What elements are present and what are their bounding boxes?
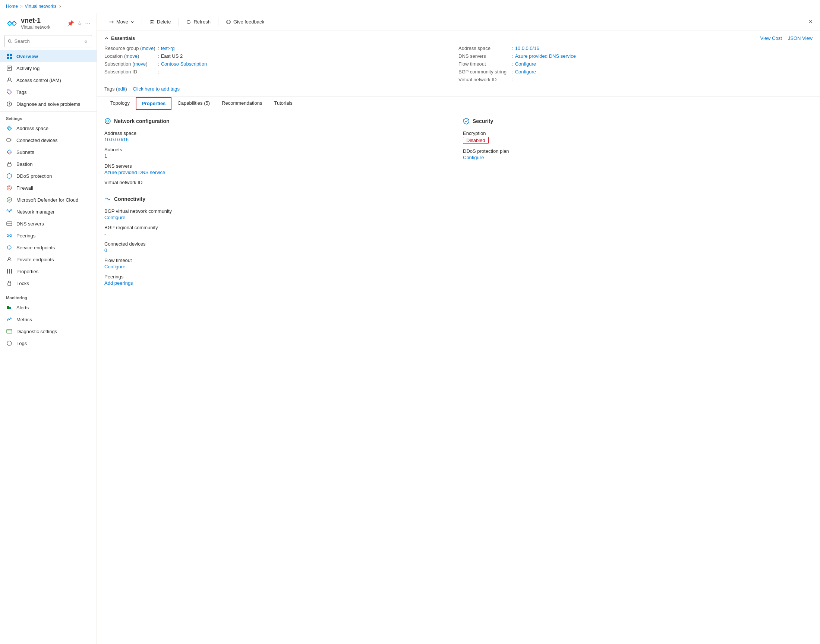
sidebar-item-connected-devices[interactable]: Connected devices [0, 134, 97, 146]
search-input[interactable] [15, 38, 81, 44]
svg-point-22 [7, 209, 8, 211]
sidebar-item-diagnose[interactable]: Diagnose and solve problems [0, 98, 97, 110]
sidebar-item-label-diagnostic-settings: Diagnostic settings [17, 329, 57, 334]
sidebar-item-dns-servers[interactable]: DNS servers [0, 218, 97, 230]
sidebar-item-service-endpoints[interactable]: Service endpoints [0, 241, 97, 253]
prop-ddos-configure-link[interactable]: Configure [463, 155, 484, 160]
sidebar-item-tags[interactable]: Tags [0, 86, 97, 98]
svg-rect-3 [7, 54, 9, 56]
tags-row: Tags (edit) : Click here to add tags [104, 86, 812, 92]
tab-recommendations[interactable]: Recommendations [216, 97, 268, 110]
svg-point-50 [227, 20, 231, 24]
flow-timeout-value-link[interactable]: Configure [515, 61, 536, 67]
delete-button[interactable]: Delete [145, 17, 176, 27]
sidebar-item-activity-log[interactable]: Activity log [0, 62, 97, 74]
sidebar-item-bastion[interactable]: Bastion [0, 158, 97, 170]
breadcrumb-virtual-networks[interactable]: Virtual networks [25, 4, 56, 9]
view-cost-link[interactable]: View Cost [760, 35, 782, 41]
rg-value-link[interactable]: test-rg [161, 46, 175, 51]
address-space-value-link[interactable]: 10.0.0.0/16 [515, 46, 540, 51]
connectivity-header: Connectivity [104, 196, 454, 202]
prop-connected-devices-link[interactable]: 0 [104, 247, 107, 253]
sidebar-item-label-tags: Tags [17, 89, 26, 95]
sidebar-item-label-firewall: Firewall [17, 185, 33, 191]
essentials-row-sub-id: Subscription ID : [104, 69, 458, 75]
sidebar-item-alerts[interactable]: Alerts [0, 302, 97, 313]
prop-dns-link[interactable]: Azure provided DNS service [104, 170, 165, 175]
sidebar-item-label-address-space: Address space [17, 126, 49, 131]
favorite-icon[interactable]: ☆ [77, 20, 82, 27]
prop-flow-timeout-link[interactable]: Configure [104, 264, 125, 270]
tags-value-link[interactable]: Click here to add tags [133, 86, 180, 92]
bgp-value-link[interactable]: Configure [515, 69, 536, 75]
resource-title: vnet-1 Virtual network [6, 17, 50, 30]
prop-dns-servers: DNS servers Azure provided DNS service [104, 163, 454, 175]
sidebar-item-logs[interactable]: Logs [0, 337, 97, 349]
sidebar-item-label-alerts: Alerts [17, 305, 29, 310]
breadcrumb-home[interactable]: Home [6, 4, 18, 9]
tags-edit-link[interactable]: edit [117, 86, 125, 92]
prop-connected-devices: Connected devices 0 [104, 241, 454, 253]
dns-value-link[interactable]: Azure provided DNS service [515, 53, 576, 59]
sidebar-item-label-subnets: Subnets [17, 149, 34, 155]
tab-properties[interactable]: Properties [136, 97, 172, 110]
refresh-button[interactable]: Refresh [181, 17, 215, 27]
sub-move-link[interactable]: move [134, 61, 146, 67]
move-button[interactable]: Move [104, 17, 139, 27]
prop-flow-timeout: Flow timeout Configure [104, 258, 454, 270]
prop-add-peerings-link[interactable]: Add peerings [104, 280, 133, 286]
tab-topology[interactable]: Topology [104, 97, 136, 110]
prop-encryption: Encryption Disabled [463, 130, 812, 144]
sidebar-item-subnets[interactable]: Subnets [0, 146, 97, 158]
sidebar-item-peerings[interactable]: Peerings [0, 230, 97, 241]
sidebar-item-label-activity-log: Activity log [17, 66, 40, 71]
essentials-section: Essentials View Cost JSON View Resource … [97, 31, 820, 97]
resource-name: vnet-1 [21, 17, 50, 25]
svg-point-20 [7, 186, 12, 190]
dns-icon [6, 220, 13, 227]
security-header: Security [463, 118, 812, 124]
sidebar-item-private-endpoints[interactable]: Private endpoints [0, 253, 97, 265]
sidebar-item-label-logs: Logs [17, 340, 27, 346]
location-move-link[interactable]: move [126, 53, 138, 59]
diagnostic-settings-icon [6, 328, 13, 335]
prop-subnets-link[interactable]: 1 [104, 153, 107, 159]
prop-address-space-link[interactable]: 10.0.0.0/16 [104, 137, 129, 143]
tab-capabilities[interactable]: Capabilities (5) [172, 97, 216, 110]
sidebar-item-metrics[interactable]: Metrics [0, 313, 97, 325]
sidebar-item-address-space[interactable]: Address space [0, 122, 97, 134]
tab-tutorials[interactable]: Tutorials [268, 97, 298, 110]
essentials-title[interactable]: Essentials [104, 35, 135, 41]
svg-point-10 [8, 78, 11, 80]
prop-bgp-configure-link[interactable]: Configure [104, 215, 125, 220]
sidebar-item-defender[interactable]: Microsoft Defender for Cloud [0, 194, 97, 206]
json-view-link[interactable]: JSON View [788, 35, 812, 41]
prop-address-space: Address space 10.0.0.0/16 [104, 130, 454, 143]
sidebar-item-label-access-control: Access control (IAM) [17, 78, 61, 83]
sidebar-item-properties[interactable]: Properties [0, 265, 97, 277]
more-icon[interactable]: ⋯ [85, 20, 90, 27]
sidebar-item-locks[interactable]: Locks [0, 277, 97, 289]
svg-point-29 [10, 235, 12, 237]
sub-value-link[interactable]: Contoso Subscription [161, 61, 207, 67]
essentials-links: View Cost JSON View [760, 35, 812, 41]
sidebar-item-firewall[interactable]: Firewall [0, 182, 97, 194]
access-control-icon [6, 77, 13, 83]
sidebar-item-access-control[interactable]: Access control (IAM) [0, 74, 97, 86]
close-button[interactable]: × [808, 18, 812, 26]
sidebar-item-overview[interactable]: Overview [0, 50, 97, 62]
network-config-icon [104, 118, 111, 124]
sidebar-item-network-manager[interactable]: Network manager [0, 206, 97, 218]
sidebar-item-diagnostic-settings[interactable]: Diagnostic settings [0, 325, 97, 337]
essentials-row-dns: DNS servers : Azure provided DNS service [458, 53, 812, 59]
sidebar-item-ddos[interactable]: DDoS protection [0, 170, 97, 182]
prop-peerings: Peerings Add peerings [104, 274, 454, 286]
pin-icon[interactable]: 📌 [67, 20, 74, 27]
collapse-sidebar-button[interactable]: « [83, 37, 89, 46]
address-space-icon [6, 125, 13, 132]
logs-icon [6, 340, 13, 347]
connectivity-icon [104, 196, 111, 202]
feedback-button[interactable]: Give feedback [221, 17, 269, 27]
rg-move-link[interactable]: move [142, 46, 153, 51]
essentials-row-subscription: Subscription (move) : Contoso Subscripti… [104, 61, 458, 67]
